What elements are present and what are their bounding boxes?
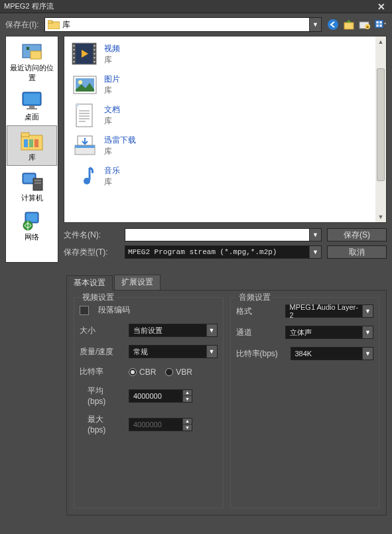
filename-input[interactable]: ▼ [125,228,322,241]
list-item[interactable]: 文档库 [67,100,383,131]
nav-icons: ★ [327,19,387,31]
svg-rect-19 [21,133,29,137]
filetype-dropdown[interactable]: ▼ [125,245,322,259]
quality-label: 质量/速度 [80,346,123,358]
item-sub: 库 [104,85,120,96]
back-icon[interactable] [327,19,339,31]
spin-down-icon[interactable]: ▼ [182,396,192,402]
sidebar-item-recent[interactable]: 最近访问的位置 [6,36,58,86]
max-bitrate-spinner: 4000000▲▼ [129,418,192,431]
svg-rect-11 [379,25,381,27]
cbr-label: CBR [139,367,156,377]
up-icon[interactable] [343,19,355,31]
body-row: 最近访问的位置 桌面 库 计算机 网络 视频库 [0,36,392,263]
chevron-down-icon[interactable]: ▼ [309,18,321,31]
audio-bitrate-dropdown[interactable]: 384K▼ [291,347,374,360]
spin-up-icon: ▲ [182,419,192,425]
sidebar-item-label: 最近访问的位置 [7,63,56,83]
save-in-bar: 保存在(I): 库 ▼ ★ [0,13,392,36]
cbr-radio[interactable]: CBR [129,367,156,377]
svg-point-41 [94,53,95,54]
window-title: MPEG2 程序流 [4,1,375,11]
svg-rect-47 [76,104,92,127]
places-sidebar: 最近访问的位置 桌面 库 计算机 网络 [5,36,58,263]
sidebar-item-libraries[interactable]: 库 [7,125,57,166]
file-list[interactable]: 视频库 图片库 文档库 迅雷下载库 音乐库 [64,36,387,223]
chevron-down-icon[interactable]: ▼ [362,348,373,360]
sidebar-item-label: 桌面 [25,112,39,122]
svg-text:★: ★ [365,25,369,29]
segmented-label: 段落编码 [98,304,130,316]
chevron-down-icon[interactable]: ▼ [362,305,373,317]
computer-icon [20,170,44,192]
audio-legend: 音频设置 [236,292,273,303]
save-in-dropdown[interactable]: 库 ▼ [44,17,322,32]
svg-point-35 [73,49,74,50]
svg-rect-16 [29,105,34,108]
video-legend: 视频设置 [80,292,117,303]
max-value: 4000000 [129,419,182,431]
picture-library-icon [71,71,99,99]
item-sub: 库 [104,115,120,127]
item-sub: 库 [104,176,120,188]
video-library-icon [71,40,99,68]
chevron-down-icon[interactable]: ▼ [309,246,321,258]
view-icon[interactable] [375,19,387,31]
sidebar-item-computer[interactable]: 计算机 [6,167,58,206]
svg-point-39 [94,45,95,46]
filename-field[interactable] [125,229,309,241]
tab-basic[interactable]: 基本设置 [66,275,113,291]
chevron-down-icon[interactable]: ▼ [206,346,217,358]
tab-extended[interactable]: 扩展设置 [114,275,161,290]
spin-up-icon[interactable]: ▲ [182,390,192,397]
bitrate-label: 比特率 [80,366,123,377]
chevron-down-icon[interactable]: ▼ [309,229,321,241]
vbr-label: VBR [176,367,192,377]
format-value: MPEG1 Audio Layer-2 [286,303,363,319]
filename-label: 文件名(N): [64,230,119,241]
spin-down-icon: ▼ [182,425,192,431]
sidebar-item-label: 网络 [25,232,39,242]
svg-rect-27 [34,182,41,184]
svg-rect-26 [34,180,41,181]
item-name: 音乐 [104,165,120,176]
list-item[interactable]: 视频库 [67,39,383,70]
chevron-down-icon[interactable]: ▼ [206,324,217,336]
libraries-icon [20,130,44,151]
scrollbar[interactable]: ▲ ▼ [375,36,386,222]
close-icon[interactable]: ✕ [375,1,388,12]
cancel-button[interactable]: 取消 [327,245,387,259]
list-item[interactable]: 音乐库 [67,161,383,192]
chevron-down-icon[interactable]: ▼ [362,326,373,338]
avg-bitrate-spinner[interactable]: 4000000▲▼ [129,389,192,403]
vbr-radio[interactable]: VBR [165,367,192,377]
new-folder-icon[interactable]: ★ [359,19,371,31]
size-dropdown[interactable]: 当前设置▼ [129,324,218,337]
segmented-checkbox[interactable] [80,306,89,315]
format-dropdown[interactable]: MPEG1 Audio Layer-2▼ [285,304,374,318]
list-item[interactable]: 图片库 [67,70,383,100]
list-item[interactable]: 迅雷下载库 [67,131,383,161]
scrollbar-thumb[interactable] [377,68,385,181]
tab-body: 视频设置 段落编码 大小 当前设置▼ 质量/速度 常规▼ 比特率 CBR VBR [66,290,387,515]
quality-dropdown[interactable]: 常规▼ [129,345,218,358]
size-value: 当前设置 [129,326,206,336]
format-label: 格式 [236,306,280,317]
settings-tabs: 基本设置 扩展设置 视频设置 段落编码 大小 当前设置▼ 质量/速度 常规▼ 比… [66,275,387,515]
svg-rect-15 [24,94,40,104]
svg-point-37 [73,57,74,58]
item-sub: 库 [104,54,120,66]
file-fields: 文件名(N): ▼ 保存(S) 保存类型(T): ▼ 取消 [64,228,387,259]
sidebar-item-desktop[interactable]: 桌面 [6,86,58,125]
svg-point-34 [73,45,74,46]
svg-point-56 [84,178,90,184]
channel-dropdown[interactable]: 立体声▼ [285,326,374,339]
audio-settings-group: 音频设置 格式 MPEG1 Audio Layer-2▼ 通道 立体声▼ 比特率… [230,297,380,508]
svg-rect-29 [27,214,37,222]
scroll-up-icon[interactable]: ▲ [375,36,386,47]
audio-bitrate-value: 384K [291,350,363,358]
audio-bitrate-label: 比特率(bps) [236,348,285,360]
scroll-down-icon[interactable]: ▼ [375,212,386,222]
sidebar-item-network[interactable]: 网络 [6,206,58,245]
save-button[interactable]: 保存(S) [327,228,387,241]
